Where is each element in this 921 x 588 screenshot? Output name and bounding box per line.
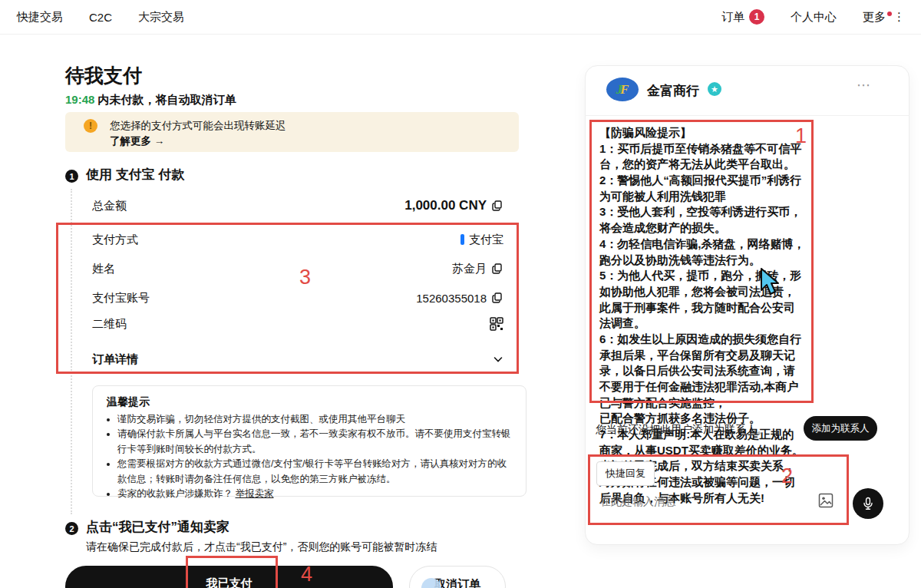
message-line: 6：如发生以上原因造成的损失须您自行承担后果，平台保留所有交易及聊天记录，以备日… [599,332,805,411]
tips-list: 谨防交易诈骗，切勿轻信对方提供的支付截图、或使用其他平台聊天 请确保付款卡所属人… [107,412,512,501]
merchant-name[interactable]: 金富商行 [647,82,699,100]
microphone-icon [861,497,875,510]
nav-item-c2c[interactable]: C2C [89,11,112,24]
message-line: 5：为他人代买，提币，跑分，搬砖，形如协助他人犯罪，您将会被司法追责，此属于刑事… [599,268,805,332]
merchant-message: 【防骗风险提示】 1：买币后提币至传销杀猪盘等不可信平台，您的资产将无法从此类平… [599,125,805,507]
contact-note: 您当前还没把此用户添加为联系人。 [596,423,768,437]
qr-code-icon[interactable] [490,317,503,331]
voice-message-button[interactable] [853,488,883,519]
page-title: 待我支付 [65,63,142,88]
notification-dot-icon [887,12,892,16]
paid-button-label: 我已支付 [206,576,253,588]
nav-item-block-trade[interactable]: 大宗交易 [138,10,184,25]
nav-item-more[interactable]: 更多 ⋮ [863,10,904,25]
payee-name-row: 姓名 苏金月 [92,259,503,278]
safety-tips-box: 温馨提示 谨防交易诈骗，切勿轻信对方提供的支付截图、或使用其他平台聊天 请确保付… [92,385,527,497]
nav-item-profile[interactable]: 个人中心 [791,10,837,25]
qr-code-row: 二维码 [92,315,503,333]
report-seller-link[interactable]: 举报卖家 [235,488,273,499]
tip-item: 您需要根据对方的收款方式通过微信/支付宝/银行卡等平台转账给对方，请认真核对对方… [117,457,512,487]
more-label: 更多 [863,10,886,25]
alipay-account-value: 15260355018 [416,292,487,305]
chat-header-divider [585,115,909,116]
message-line: 4：勿轻信电信诈骗,杀猪盘，网络赌博，跑分以及协助洗钱等违法行为。 [599,236,805,268]
order-details-row[interactable]: 订单详情 [92,350,503,368]
step-connector-line [71,189,72,514]
merchant-avatar[interactable]: J F [606,78,639,101]
top-nav: 快捷交易 C2C 大宗交易 订单 1 个人中心 更多 ⋮ [0,0,921,35]
send-image-icon[interactable] [818,493,834,511]
step2-number: 2 [65,522,78,535]
countdown-suffix: 内未付款，将自动取消订单 [97,93,236,106]
countdown-line: 19:48内未付款，将自动取消订单 [65,93,236,107]
payee-name-value: 苏金月 [452,262,487,276]
tips-title: 温馨提示 [107,395,512,409]
payment-method-label: 支付方式 [92,233,138,247]
message-line: 3：受他人套利，空投等利诱进行买币，将会造成您财产的损失。 [599,204,805,236]
add-contact-button[interactable]: 添加为联系人 [804,416,877,441]
message-line: 1：买币后提币至传销杀猪盘等不可信平台，您的资产将无法从此类平台取出。 [599,141,805,173]
paid-button[interactable]: 我已支付 [65,566,393,588]
payment-method-value: 支付宝 [469,233,503,247]
step2-subtitle: 请在确保已完成付款后，才点击“我已支付”，否则您的账号可能被暂时冻结 [86,540,437,554]
nav-item-orders[interactable]: 订单 1 [721,9,764,25]
warning-icon: ! [84,119,97,133]
kebab-menu-icon: ⋮ [893,10,904,24]
quick-reply-button[interactable]: 快捷回复 [596,461,655,486]
orders-badge: 1 [749,9,764,25]
copy-icon[interactable] [491,292,503,304]
orders-label: 订单 [721,10,744,25]
total-amount-label: 总金额 [92,199,127,213]
payee-name-label: 姓名 [92,262,115,276]
qr-code-label: 二维码 [92,317,127,332]
avatar-letter: F [620,83,629,96]
nav-right: 订单 1 个人中心 更多 ⋮ [721,9,904,25]
total-amount-row: 总金额 1,000.00 CNY [92,197,503,215]
alipay-icon [460,234,464,245]
copy-icon[interactable] [491,200,503,212]
step1-title: 使用 支付宝 付款 [86,166,184,183]
countdown-timer: 19:48 [65,93,94,106]
report-prefix: 卖家的收款账户涉嫌欺诈？ [117,488,233,499]
tip-item: 卖家的收款账户涉嫌欺诈？ 举报卖家 [117,487,512,501]
verified-badge-icon: ★ [708,82,721,96]
warning-text: 您选择的支付方式可能会出现转账延迟 [110,119,286,133]
total-amount-value: 1,000.00 CNY [404,198,487,213]
nav-item-express-trade[interactable]: 快捷交易 [17,10,63,25]
add-contact-label: 添加为联系人 [812,422,870,435]
payment-method-row: 支付方式 支付宝 [92,230,503,249]
alipay-account-label: 支付宝账号 [92,291,150,306]
order-details-label: 订单详情 [92,352,138,367]
step1-number: 1 [65,170,78,183]
nav-left: 快捷交易 C2C 大宗交易 [17,10,184,25]
learn-more-link[interactable]: 了解更多 → [110,134,164,148]
chevron-down-icon [493,354,503,365]
chat-more-menu-icon[interactable]: ⋯ [857,77,871,94]
alipay-account-row: 支付宝账号 15260355018 [92,289,503,307]
payment-delay-warning: ! 您选择的支付方式可能会出现转账延迟 了解更多 → [65,112,519,152]
cancel-button-label: 取消订单 [434,577,480,588]
input-divider [597,524,844,524]
copy-icon[interactable] [491,263,503,275]
message-line: 【防骗风险提示】 [599,125,805,141]
step2-title: 点击“我已支付”通知卖家 [86,518,229,536]
tip-item: 请确保付款卡所属人与平台实名信息一致，若不一致卖家有权不放币。请不要使用支付宝转… [117,427,512,457]
chat-message-input[interactable] [599,494,810,508]
page: 快捷交易 C2C 大宗交易 订单 1 个人中心 更多 ⋮ 待我支付 19:48内… [0,0,921,588]
tip-item: 谨防交易诈骗，切勿轻信对方提供的支付截图、或使用其他平台聊天 [117,412,512,427]
message-line: 2：警惕他人“高额回报代买提币”利诱行为可能被人利用洗钱犯罪 [599,173,805,204]
